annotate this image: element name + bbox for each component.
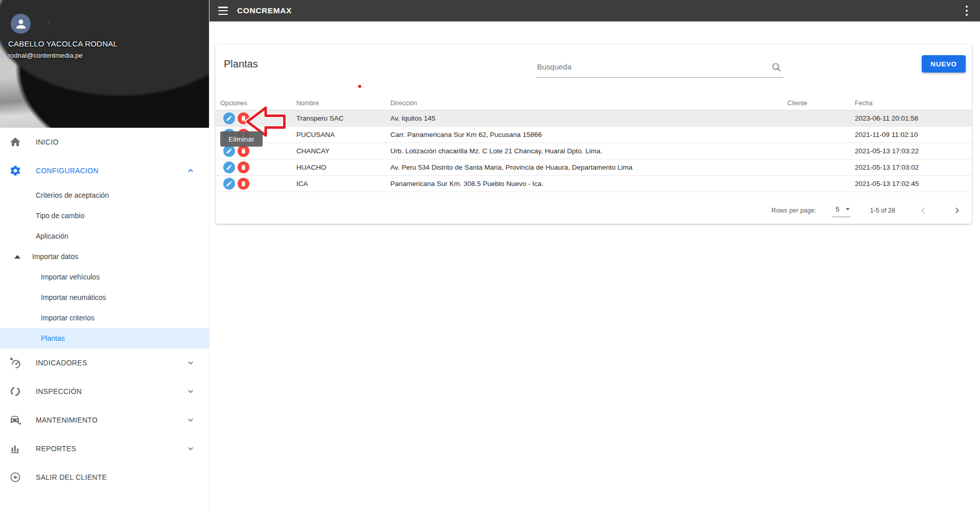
exit-icon <box>9 471 21 483</box>
pagination-range: 1-5 of 28 <box>870 207 895 214</box>
sidebar-item-label: Tipo de cambio <box>36 212 84 220</box>
sidebar-item-tipo-cambio[interactable]: Tipo de cambio <box>0 205 209 226</box>
delete-button[interactable] <box>238 129 249 141</box>
profile-name: CABELLO YACOLCA RODNAL <box>8 39 118 48</box>
search-input[interactable] <box>536 57 783 77</box>
plantas-card: Plantas NUEVO Opciones Nombre Dirección … <box>216 45 972 224</box>
cell-fecha: 2023-06-11 20:01:56 <box>855 114 972 122</box>
sidebar-item-inspeccion[interactable]: INSPECCIÓN <box>0 377 209 406</box>
column-header-cliente: Cliente <box>787 100 855 107</box>
sidebar-item-label: Importar vehículos <box>41 273 100 281</box>
app-title: CONCREMAX <box>237 6 292 15</box>
search-icon[interactable] <box>771 62 782 75</box>
triangle-up-icon <box>14 255 20 259</box>
cell-nombre: Transperu SAC <box>296 114 390 122</box>
delete-button[interactable] <box>238 178 249 190</box>
cell-fecha: 2021-05-13 17:03:22 <box>855 147 972 155</box>
inspection-icon <box>9 385 21 398</box>
trash-icon <box>240 148 247 154</box>
hamburger-menu-icon[interactable] <box>218 7 228 15</box>
trash-icon <box>240 164 247 171</box>
column-header-direccion: Dirección <box>390 100 787 107</box>
edit-button[interactable] <box>223 129 235 141</box>
cell-direccion: Carr. Panamericana Sur Km 62, Pucusana 1… <box>390 131 787 138</box>
table-row: Transperu SAC Av. Iquitos 145 2023-06-11… <box>216 110 972 127</box>
chevron-up-icon <box>185 166 196 176</box>
page-title: Plantas <box>224 58 258 70</box>
sidebar-item-importar-criterios[interactable]: Importar criterios <box>0 308 209 328</box>
profile-email: rodnal@contentmedia.pe <box>8 52 82 59</box>
avatar[interactable] <box>11 14 31 34</box>
sidebar-item-salir-del-cliente[interactable]: SALIR DEL CLIENTE <box>0 463 209 492</box>
pencil-icon <box>226 131 232 138</box>
edit-button[interactable] <box>223 161 235 173</box>
gauge-icon <box>9 357 21 369</box>
cell-nombre: CHANCAY <box>296 147 390 155</box>
sidebar-item-criterios-aceptacion[interactable]: Criterios de aceptación <box>0 185 209 205</box>
cell-nombre: HUACHO <box>296 164 390 171</box>
kebab-menu-icon[interactable] <box>964 5 970 17</box>
pencil-icon <box>226 180 232 187</box>
rows-per-page-select[interactable]: 5 <box>832 204 850 217</box>
person-icon <box>14 17 28 31</box>
sidebar-item-label: Plantas <box>41 334 65 342</box>
main-content: Plantas NUEVO Opciones Nombre Dirección … <box>209 21 980 512</box>
sidebar-item-importar-datos[interactable]: Importar datos <box>0 246 209 267</box>
cell-direccion: Av. Peru 534 Distrito de Santa Maria, Pr… <box>390 164 787 171</box>
sidebar-item-label: REPORTES <box>36 445 76 453</box>
trash-icon <box>240 131 247 138</box>
table-row: HUACHO Av. Peru 534 Distrito de Santa Ma… <box>216 159 972 176</box>
sidebar-menu: INICIO CONFIGURACION Criterios de acepta… <box>0 128 209 492</box>
chevron-down-icon <box>185 358 196 368</box>
sidebar-item-configuracion[interactable]: CONFIGURACION <box>0 156 209 185</box>
chevron-left-icon[interactable] <box>46 19 53 28</box>
edit-button[interactable] <box>223 112 235 124</box>
sidebar-item-inicio[interactable]: INICIO <box>0 128 209 156</box>
sidebar-item-reportes[interactable]: REPORTES <box>0 434 209 463</box>
cell-fecha: 2021-05-13 17:03:02 <box>855 164 972 171</box>
sidebar-item-label: INDICADORES <box>36 359 87 367</box>
sidebar-item-label: Aplicación <box>36 232 68 240</box>
next-page-button[interactable] <box>951 205 963 216</box>
table-row: ICA Panamericana Sur Km. 308.5 Pueblo Nu… <box>216 176 972 192</box>
sidebar-item-label: Importar criterios <box>41 314 95 322</box>
pencil-icon <box>226 148 232 154</box>
profile-header: CABELLO YACOLCA RODNAL rodnal@contentmed… <box>0 0 209 128</box>
sidebar-item-mantenimiento[interactable]: MANTENIMIENTO <box>0 406 209 434</box>
sidebar-item-label: SALIR DEL CLIENTE <box>36 473 107 481</box>
sidebar-item-label: Importar datos <box>32 252 78 261</box>
sidebar-item-indicadores[interactable]: INDICADORES <box>0 348 209 377</box>
cell-fecha: 2021-11-09 11:02:10 <box>855 131 972 138</box>
column-header-opciones: Opciones <box>216 100 296 107</box>
cell-nombre: ICA <box>296 180 390 188</box>
dropdown-arrow-icon <box>846 208 850 211</box>
chevron-down-icon <box>185 415 196 425</box>
sidebar-item-plantas[interactable]: Plantas <box>0 328 209 348</box>
sidebar-item-importar-neumaticos[interactable]: Importar neumáticos <box>0 287 209 308</box>
sidebar: CABELLO YACOLCA RODNAL rodnal@contentmed… <box>0 0 209 512</box>
sidebar-item-importar-vehiculos[interactable]: Importar vehículos <box>0 267 209 287</box>
plantas-table: Opciones Nombre Dirección Cliente Fecha … <box>216 96 972 192</box>
trash-icon <box>240 115 247 122</box>
sidebar-item-label: MANTENIMIENTO <box>36 416 98 424</box>
edit-button[interactable] <box>223 178 235 190</box>
trash-icon <box>240 180 247 187</box>
delete-button[interactable] <box>238 145 249 157</box>
pagination: Rows per page: 5 1-5 of 28 <box>216 192 972 224</box>
table-row: CHANCAY Urb. Lotización chacarilla Mz. C… <box>216 143 972 159</box>
sidebar-item-aplicacion[interactable]: Aplicación <box>0 226 209 246</box>
bar-chart-icon <box>9 443 21 455</box>
search-field <box>536 57 783 78</box>
delete-button[interactable] <box>238 161 249 173</box>
previous-page-button[interactable] <box>918 205 929 216</box>
sidebar-item-label: INSPECCIÓN <box>36 387 82 395</box>
delete-button[interactable] <box>238 112 249 124</box>
nuevo-button[interactable]: NUEVO <box>922 55 966 73</box>
topbar: CONCREMAX <box>209 0 980 21</box>
gear-icon <box>9 165 21 177</box>
column-header-nombre: Nombre <box>296 100 390 107</box>
edit-button[interactable] <box>223 145 235 157</box>
cell-direccion: Urb. Lotización chacarilla Mz. C Lote 21… <box>390 147 787 155</box>
pencil-icon <box>226 164 232 171</box>
chevron-down-icon <box>185 444 196 454</box>
